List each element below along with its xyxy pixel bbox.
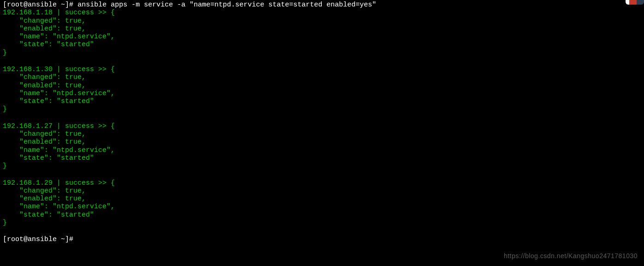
close-brace: } bbox=[3, 105, 641, 113]
result-state: "state": "started" bbox=[3, 211, 641, 219]
result-changed: "changed": true, bbox=[3, 17, 641, 25]
result-changed: "changed": true, bbox=[3, 73, 641, 81]
result-enabled: "enabled": true, bbox=[3, 195, 641, 203]
close-brace: } bbox=[3, 162, 641, 170]
close-brace: } bbox=[3, 219, 641, 227]
prompt-user: root bbox=[7, 1, 24, 9]
host-header: 192.168.1.27 | success >> { bbox=[3, 122, 641, 130]
result-name: "name": "ntpd.service", bbox=[3, 33, 641, 41]
result-enabled: "enabled": true, bbox=[3, 82, 641, 90]
watermark: https://blog.csdn.net/Kangshuo2471781030 bbox=[504, 252, 638, 260]
command-text: ansible apps -m service -a "name=ntpd.se… bbox=[77, 1, 376, 9]
prompt-path: ~ bbox=[61, 1, 65, 9]
host-header: 192.168.1.29 | success >> { bbox=[3, 179, 641, 187]
host-output-block: 192.168.1.29 | success >> { "changed": t… bbox=[3, 179, 641, 227]
result-changed: "changed": true, bbox=[3, 187, 641, 195]
blank-line bbox=[3, 58, 641, 66]
close-brace: } bbox=[3, 49, 641, 57]
host-header: 192.168.1.18 | success >> { bbox=[3, 9, 641, 17]
result-changed: "changed": true, bbox=[3, 130, 641, 138]
result-state: "state": "started" bbox=[3, 41, 641, 48]
prompt-symbol: # bbox=[69, 1, 73, 9]
host-header: 192.168.1.30 | success >> { bbox=[3, 66, 641, 73]
host-output-block: 192.168.1.27 | success >> { "changed": t… bbox=[3, 122, 641, 170]
command-prompt-line: [root@ansible ~]# ansible apps -m servic… bbox=[3, 1, 641, 9]
final-prompt[interactable]: [root@ansible ~]# bbox=[3, 236, 641, 243]
result-name: "name": "ntpd.service", bbox=[3, 90, 641, 97]
blank-line bbox=[3, 115, 641, 122]
host-output-block: 192.168.1.18 | success >> { "changed": t… bbox=[3, 9, 641, 57]
decorative-corner bbox=[626, 0, 644, 5]
result-enabled: "enabled": true, bbox=[3, 138, 641, 146]
prompt-host: ansible bbox=[28, 1, 57, 9]
host-output-block: 192.168.1.30 | success >> { "changed": t… bbox=[3, 66, 641, 114]
result-enabled: "enabled": true, bbox=[3, 25, 641, 33]
blank-line bbox=[3, 228, 641, 236]
result-name: "name": "ntpd.service", bbox=[3, 146, 641, 154]
result-state: "state": "started" bbox=[3, 97, 641, 105]
result-state: "state": "started" bbox=[3, 154, 641, 162]
blank-line bbox=[3, 171, 641, 179]
result-name: "name": "ntpd.service", bbox=[3, 203, 641, 211]
